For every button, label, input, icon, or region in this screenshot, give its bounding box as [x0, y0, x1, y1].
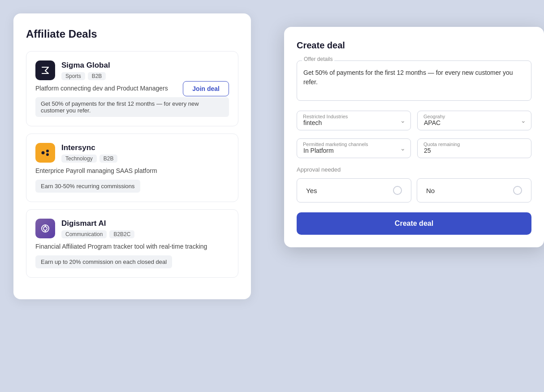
restricted-industries-select[interactable]: fintech healthcare legal banking	[297, 111, 411, 130]
intersync-logo	[35, 143, 55, 163]
approval-needed-section: Approval needed Yes No	[297, 166, 531, 202]
create-deal-modal: Create deal Offer details Get 50% of pay…	[284, 27, 544, 247]
deal-name: Intersync	[61, 143, 117, 152]
quota-remaining-field: Quota remaining	[417, 138, 531, 158]
deal-offer: Get 50% of payments for the first 12 mon…	[35, 97, 229, 117]
tag-b2b: B2B	[88, 72, 106, 80]
approval-needed-label: Approval needed	[297, 166, 531, 173]
offer-details-field: Offer details Get 50% of payments for th…	[297, 60, 531, 103]
deal-header: Digismart AI Communication B2B2C	[35, 219, 229, 238]
affiliate-deals-card: Affiliate Deals Sigma Global Sports B2B …	[13, 13, 251, 299]
quota-remaining-input[interactable]	[417, 138, 531, 158]
deal-header: Intersync Technology B2B	[35, 143, 229, 163]
modal-title: Create deal	[297, 40, 531, 51]
deal-tags: Communication B2B2C	[61, 230, 134, 238]
deal-info: Digismart AI Communication B2B2C	[61, 219, 134, 238]
deal-name: Sigma Global	[61, 61, 110, 70]
digismart-logo	[35, 219, 55, 238]
deal-tags: Sports B2B	[61, 72, 110, 80]
page-title: Affiliate Deals	[26, 28, 238, 40]
deal-info: Intersync Technology B2B	[61, 143, 117, 163]
geography-select[interactable]: APAC EMEA AMER Global	[417, 111, 531, 130]
deal-description: Financial Affiliated Program tracker too…	[35, 243, 229, 250]
approval-options: Yes No	[297, 178, 531, 202]
industries-geography-row: Restricted Industries fintech healthcare…	[297, 111, 531, 130]
offer-details-label: Offer details	[302, 56, 334, 62]
approval-yes-option[interactable]: Yes	[297, 178, 411, 202]
deal-offer: Earn up to 20% commission on each closed…	[35, 255, 172, 268]
approval-no-radio[interactable]	[513, 186, 522, 195]
tag-b2b: B2B	[99, 155, 118, 163]
join-deal-button-sigma[interactable]: Join deal	[183, 81, 229, 96]
svg-point-2	[46, 150, 49, 152]
deal-item-intersync: Intersync Technology B2B Enterprice Payr…	[26, 134, 238, 202]
deal-tags: Technology B2B	[61, 155, 117, 163]
svg-point-1	[42, 151, 45, 155]
tag-sports: Sports	[61, 72, 85, 80]
svg-point-5	[43, 227, 47, 230]
marketing-channels-field: Permitted marketing channels In Platform…	[297, 138, 411, 158]
deal-offer: Earn 30-50% recurring commissions	[35, 180, 140, 193]
offer-details-input[interactable]: Get 50% of payments for the first 12 mon…	[297, 60, 531, 101]
deal-info: Sigma Global Sports B2B	[61, 61, 110, 80]
restricted-industries-field: Restricted Industries fintech healthcare…	[297, 111, 411, 130]
svg-point-3	[46, 153, 49, 156]
deal-item-sigma-global: Sigma Global Sports B2B Platform connect…	[26, 51, 238, 126]
deal-description: Enterprice Payroll managing SAAS platfor…	[35, 167, 229, 174]
tag-technology: Technology	[61, 155, 97, 163]
deal-name: Digismart AI	[61, 219, 134, 228]
deal-item-digismart: Digismart AI Communication B2B2C Financi…	[26, 209, 238, 278]
marketing-channels-select[interactable]: In Platform Email Social Media All	[297, 138, 411, 158]
tag-communication: Communication	[61, 230, 107, 238]
deal-header: Sigma Global Sports B2B	[35, 60, 229, 80]
tag-b2b2c: B2B2C	[109, 230, 134, 238]
approval-yes-label: Yes	[306, 187, 317, 194]
sigma-global-logo	[35, 60, 55, 80]
approval-yes-radio[interactable]	[393, 186, 402, 195]
approval-no-label: No	[426, 187, 435, 194]
channels-quota-row: Permitted marketing channels In Platform…	[297, 138, 531, 158]
geography-field: Geograhy APAC EMEA AMER Global ⌄	[417, 111, 531, 130]
approval-no-option[interactable]: No	[417, 178, 531, 202]
create-deal-button[interactable]: Create deal	[297, 212, 531, 235]
